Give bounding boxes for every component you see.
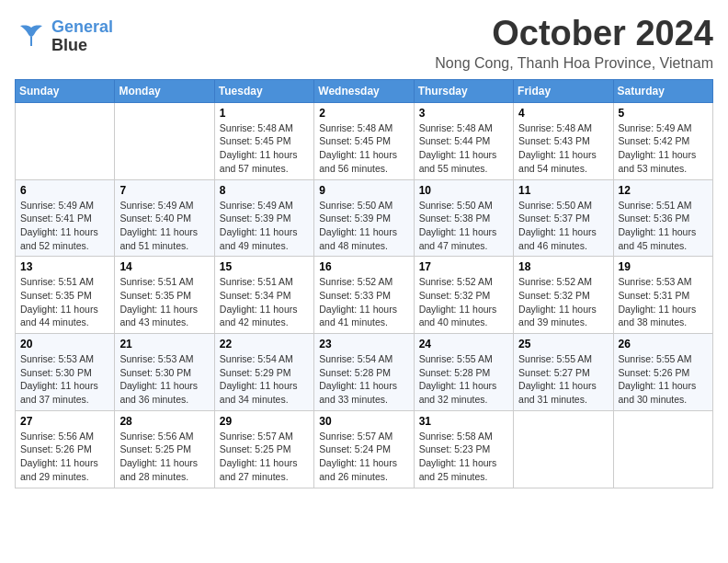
weekday-header-thursday: Thursday [414, 79, 513, 102]
calendar-week-row: 13Sunrise: 5:51 AM Sunset: 5:35 PM Dayli… [16, 257, 713, 334]
calendar-cell: 30Sunrise: 5:57 AM Sunset: 5:24 PM Dayli… [314, 410, 414, 488]
day-number: 2 [319, 107, 408, 120]
day-number: 27 [20, 415, 109, 428]
day-info: Sunrise: 5:58 AM Sunset: 5:23 PM Dayligh… [419, 430, 508, 484]
day-number: 25 [518, 338, 608, 350]
day-number: 13 [20, 260, 109, 273]
day-number: 5 [619, 107, 708, 120]
day-info: Sunrise: 5:48 AM Sunset: 5:44 PM Dayligh… [419, 121, 508, 176]
weekday-header-saturday: Saturday [613, 79, 712, 102]
day-number: 31 [419, 415, 508, 428]
calendar-cell: 18Sunrise: 5:52 AM Sunset: 5:32 PM Dayli… [514, 257, 613, 334]
day-number: 14 [119, 260, 209, 273]
day-info: Sunrise: 5:51 AM Sunset: 5:35 PM Dayligh… [20, 275, 109, 329]
location: Nong Cong, Thanh Hoa Province, Vietnam [435, 55, 713, 72]
day-info: Sunrise: 5:51 AM Sunset: 5:34 PM Dayligh… [220, 275, 309, 329]
calendar-table: SundayMondayTuesdayWednesdayThursdayFrid… [15, 79, 713, 488]
calendar-cell: 29Sunrise: 5:57 AM Sunset: 5:25 PM Dayli… [214, 410, 313, 488]
day-info: Sunrise: 5:53 AM Sunset: 5:30 PM Dayligh… [119, 352, 209, 407]
calendar-cell: 22Sunrise: 5:54 AM Sunset: 5:29 PM Dayli… [214, 334, 313, 411]
day-info: Sunrise: 5:49 AM Sunset: 5:39 PM Dayligh… [220, 199, 309, 253]
day-info: Sunrise: 5:49 AM Sunset: 5:40 PM Dayligh… [119, 199, 209, 253]
day-number: 28 [119, 415, 209, 428]
calendar-cell: 8Sunrise: 5:49 AM Sunset: 5:39 PM Daylig… [214, 179, 313, 257]
calendar-cell: 21Sunrise: 5:53 AM Sunset: 5:30 PM Dayli… [115, 334, 214, 411]
logo-text: GeneralBlue [51, 18, 113, 55]
day-info: Sunrise: 5:52 AM Sunset: 5:33 PM Dayligh… [319, 275, 408, 329]
calendar-cell: 16Sunrise: 5:52 AM Sunset: 5:33 PM Dayli… [314, 257, 414, 334]
calendar-cell: 1Sunrise: 5:48 AM Sunset: 5:45 PM Daylig… [214, 102, 313, 179]
calendar-cell [514, 410, 613, 488]
day-number: 1 [220, 107, 309, 120]
weekday-header-row: SundayMondayTuesdayWednesdayThursdayFrid… [16, 79, 713, 102]
day-number: 17 [419, 260, 508, 273]
logo-bird-icon [15, 20, 48, 53]
calendar-cell: 12Sunrise: 5:51 AM Sunset: 5:36 PM Dayli… [613, 179, 712, 257]
calendar-cell: 15Sunrise: 5:51 AM Sunset: 5:34 PM Dayli… [214, 257, 313, 334]
day-info: Sunrise: 5:57 AM Sunset: 5:25 PM Dayligh… [220, 430, 309, 484]
day-info: Sunrise: 5:52 AM Sunset: 5:32 PM Dayligh… [419, 275, 508, 329]
title-block: October 2024 Nong Cong, Thanh Hoa Provin… [435, 15, 713, 72]
day-number: 8 [220, 184, 309, 197]
day-number: 22 [220, 338, 309, 350]
day-info: Sunrise: 5:51 AM Sunset: 5:35 PM Dayligh… [119, 275, 209, 329]
day-number: 9 [319, 184, 408, 197]
logo: GeneralBlue [15, 18, 113, 55]
calendar-cell: 31Sunrise: 5:58 AM Sunset: 5:23 PM Dayli… [414, 410, 513, 488]
day-number: 15 [220, 260, 309, 273]
weekday-header-friday: Friday [514, 79, 613, 102]
day-number: 30 [319, 415, 408, 428]
day-info: Sunrise: 5:57 AM Sunset: 5:24 PM Dayligh… [319, 430, 408, 484]
calendar-cell: 14Sunrise: 5:51 AM Sunset: 5:35 PM Dayli… [115, 257, 214, 334]
day-info: Sunrise: 5:48 AM Sunset: 5:45 PM Dayligh… [220, 121, 309, 176]
calendar-cell: 13Sunrise: 5:51 AM Sunset: 5:35 PM Dayli… [16, 257, 115, 334]
day-info: Sunrise: 5:49 AM Sunset: 5:41 PM Dayligh… [20, 199, 109, 253]
calendar-cell: 17Sunrise: 5:52 AM Sunset: 5:32 PM Dayli… [414, 257, 513, 334]
calendar-cell: 9Sunrise: 5:50 AM Sunset: 5:39 PM Daylig… [314, 179, 414, 257]
weekday-header-wednesday: Wednesday [314, 79, 414, 102]
calendar-cell: 24Sunrise: 5:55 AM Sunset: 5:28 PM Dayli… [414, 334, 513, 411]
day-info: Sunrise: 5:54 AM Sunset: 5:28 PM Dayligh… [319, 352, 408, 407]
day-info: Sunrise: 5:48 AM Sunset: 5:43 PM Dayligh… [518, 121, 608, 176]
day-info: Sunrise: 5:51 AM Sunset: 5:36 PM Dayligh… [619, 199, 708, 253]
calendar-cell: 11Sunrise: 5:50 AM Sunset: 5:37 PM Dayli… [514, 179, 613, 257]
calendar-cell [613, 410, 712, 488]
calendar-cell: 3Sunrise: 5:48 AM Sunset: 5:44 PM Daylig… [414, 102, 513, 179]
day-info: Sunrise: 5:50 AM Sunset: 5:37 PM Dayligh… [518, 199, 608, 253]
day-number: 20 [20, 338, 109, 350]
day-number: 16 [319, 260, 408, 273]
calendar-cell: 27Sunrise: 5:56 AM Sunset: 5:26 PM Dayli… [16, 410, 115, 488]
day-number: 18 [518, 260, 608, 273]
day-number: 29 [220, 415, 309, 428]
day-number: 26 [619, 338, 708, 350]
calendar-week-row: 1Sunrise: 5:48 AM Sunset: 5:45 PM Daylig… [16, 102, 713, 179]
day-number: 4 [518, 107, 608, 120]
day-number: 12 [619, 184, 708, 197]
calendar-cell: 23Sunrise: 5:54 AM Sunset: 5:28 PM Dayli… [314, 334, 414, 411]
page-header: GeneralBlue October 2024 Nong Cong, Than… [15, 15, 713, 72]
day-info: Sunrise: 5:56 AM Sunset: 5:25 PM Dayligh… [119, 430, 209, 484]
day-info: Sunrise: 5:48 AM Sunset: 5:45 PM Dayligh… [319, 121, 408, 176]
day-info: Sunrise: 5:53 AM Sunset: 5:31 PM Dayligh… [619, 275, 708, 329]
day-number: 23 [319, 338, 408, 350]
calendar-cell: 5Sunrise: 5:49 AM Sunset: 5:42 PM Daylig… [613, 102, 712, 179]
day-number: 11 [518, 184, 608, 197]
day-info: Sunrise: 5:53 AM Sunset: 5:30 PM Dayligh… [20, 352, 109, 407]
calendar-cell: 19Sunrise: 5:53 AM Sunset: 5:31 PM Dayli… [613, 257, 712, 334]
weekday-header-sunday: Sunday [16, 79, 115, 102]
calendar-cell [16, 102, 115, 179]
day-info: Sunrise: 5:50 AM Sunset: 5:39 PM Dayligh… [319, 199, 408, 253]
day-info: Sunrise: 5:49 AM Sunset: 5:42 PM Dayligh… [619, 121, 708, 176]
calendar-cell: 4Sunrise: 5:48 AM Sunset: 5:43 PM Daylig… [514, 102, 613, 179]
day-info: Sunrise: 5:52 AM Sunset: 5:32 PM Dayligh… [518, 275, 608, 329]
calendar-cell: 2Sunrise: 5:48 AM Sunset: 5:45 PM Daylig… [314, 102, 414, 179]
calendar-cell: 7Sunrise: 5:49 AM Sunset: 5:40 PM Daylig… [115, 179, 214, 257]
day-info: Sunrise: 5:55 AM Sunset: 5:28 PM Dayligh… [419, 352, 508, 407]
day-number: 10 [419, 184, 508, 197]
calendar-week-row: 27Sunrise: 5:56 AM Sunset: 5:26 PM Dayli… [16, 410, 713, 488]
weekday-header-tuesday: Tuesday [214, 79, 313, 102]
day-number: 19 [619, 260, 708, 273]
calendar-week-row: 20Sunrise: 5:53 AM Sunset: 5:30 PM Dayli… [16, 334, 713, 411]
day-number: 6 [20, 184, 109, 197]
calendar-cell: 25Sunrise: 5:55 AM Sunset: 5:27 PM Dayli… [514, 334, 613, 411]
